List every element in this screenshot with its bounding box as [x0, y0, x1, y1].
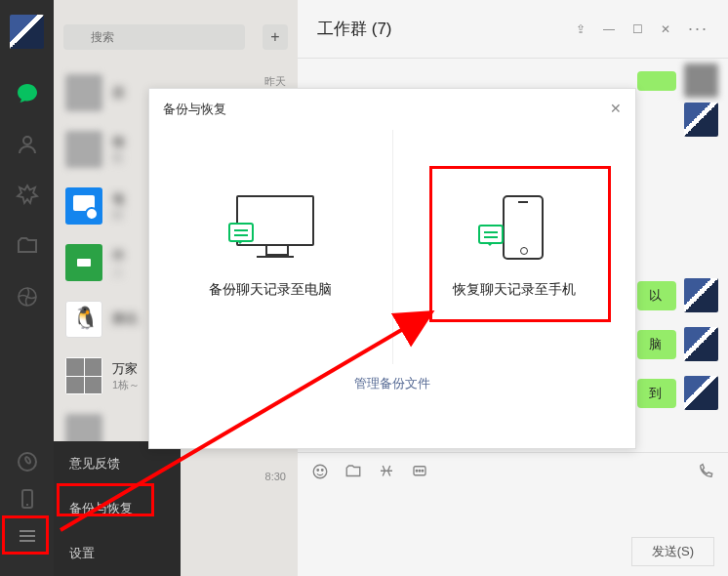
phone-icon[interactable] [16, 487, 39, 511]
user-avatar[interactable] [10, 15, 44, 49]
svg-point-15 [419, 471, 421, 473]
msg-avatar [684, 327, 718, 361]
close-icon[interactable]: ✕ [661, 22, 670, 36]
input-area: 发送(S) [298, 452, 728, 576]
history-icon[interactable] [411, 463, 428, 480]
files-icon[interactable] [16, 234, 39, 258]
folder-icon[interactable] [344, 463, 362, 480]
restore-to-phone-option[interactable]: 恢复聊天记录至手机 [393, 130, 636, 364]
msg-bubble [637, 71, 676, 91]
backup-dialog: 备份与恢复 ✕ 备份聊天记录至电脑 恢复聊天记录至手机 管理备份文件 [148, 88, 636, 449]
svg-point-10 [313, 465, 327, 478]
call-icon[interactable] [697, 463, 714, 480]
screenshot-icon[interactable] [378, 463, 395, 480]
msg-avatar [684, 103, 718, 137]
chat-time: 8:30 [265, 471, 286, 482]
chat-title: 工作群 (7) [317, 18, 392, 40]
window-controls: ⇪ — ☐ ✕ ··· [576, 19, 708, 39]
backup-to-pc-option[interactable]: 备份聊天记录至电脑 [149, 130, 392, 364]
contacts-icon[interactable] [16, 133, 39, 156]
restore-option-label: 恢复聊天记录至手机 [453, 281, 576, 299]
menu-backup-restore[interactable]: 备份与恢复 [54, 486, 181, 531]
menu-icon[interactable] [16, 524, 39, 548]
chat-avatar [65, 357, 102, 394]
miniprogram-icon[interactable] [16, 450, 39, 473]
svg-point-14 [416, 471, 418, 473]
dialog-title: 备份与恢复 [163, 101, 226, 118]
maximize-icon[interactable]: ☐ [632, 22, 643, 36]
add-button[interactable]: + [263, 24, 288, 50]
minimize-icon[interactable]: — [603, 22, 615, 36]
menu-settings[interactable]: 设置 [54, 531, 181, 576]
phone-icon [503, 195, 544, 260]
more-icon[interactable]: ··· [688, 19, 708, 39]
chat-time: 昨天 [264, 74, 286, 89]
dialog-close-icon[interactable]: ✕ [610, 101, 622, 118]
svg-point-11 [317, 470, 319, 472]
chat-avatar [65, 131, 102, 168]
chat-bubble-icon [478, 225, 504, 244]
chat-icon[interactable] [16, 82, 39, 105]
favorites-icon[interactable] [16, 184, 39, 207]
chat-avatar [65, 244, 102, 281]
emoji-icon[interactable] [311, 463, 329, 480]
nav-sidebar [0, 0, 54, 576]
context-menu: 意见反馈 备份与恢复 设置 [54, 441, 181, 576]
manage-backup-link[interactable]: 管理备份文件 [354, 376, 430, 391]
msg-bubble: 到 [637, 379, 676, 408]
msg-bubble: 以 [637, 281, 676, 310]
moments-icon[interactable] [16, 285, 39, 309]
svg-point-0 [23, 137, 31, 144]
backup-option-label: 备份聊天记录至电脑 [209, 281, 332, 299]
chat-avatar [65, 187, 102, 225]
send-button[interactable]: 发送(S) [631, 537, 714, 566]
msg-avatar [684, 63, 718, 98]
svg-point-16 [422, 471, 424, 473]
chat-bubble-icon [228, 223, 254, 242]
svg-point-12 [322, 470, 324, 472]
msg-avatar [684, 376, 718, 410]
pin-icon[interactable]: ⇪ [576, 22, 586, 36]
msg-bubble: 脑 [637, 330, 676, 359]
chat-avatar [65, 301, 102, 338]
chat-avatar [65, 74, 102, 111]
search-input[interactable] [63, 24, 245, 50]
msg-avatar [684, 278, 718, 312]
